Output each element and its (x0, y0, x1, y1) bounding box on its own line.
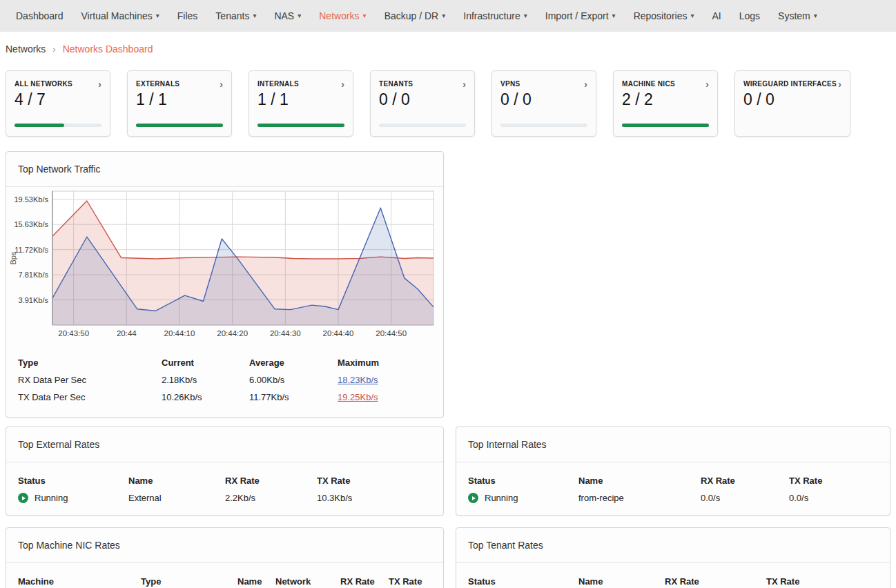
nav-item-nas[interactable]: NAS▾ (265, 6, 310, 26)
column-header-name: Name (578, 472, 701, 489)
card-label: WIREGUARD INTERFACES (743, 80, 837, 88)
card-top: ALL NETWORKS› (14, 80, 101, 88)
nav-item-dashboard[interactable]: Dashboard (7, 6, 72, 26)
legend-current: 2.18Kb/s (162, 371, 249, 389)
svg-text:20:44:20: 20:44:20 (217, 329, 248, 337)
legend-header-current: Current (162, 354, 249, 371)
caret-down-icon: ▾ (298, 12, 301, 19)
svg-text:19.53Kb/s: 19.53Kb/s (14, 195, 48, 204)
card-progress-bar (257, 124, 344, 127)
status-label: Running (35, 493, 68, 503)
card-value: 2 / 2 (622, 90, 709, 109)
chevron-right-icon: › (705, 80, 709, 88)
svg-text:11.72Kb/s: 11.72Kb/s (14, 246, 48, 254)
column-header-status: Status (18, 472, 128, 489)
card-top: MACHINE NICS› (622, 80, 709, 88)
nav-item-tenants[interactable]: Tenants▾ (206, 6, 265, 26)
chevron-right-icon: › (341, 80, 344, 88)
top-tenant-rates-panel: Top Tenant Rates StatusNameRX RateTX Rat… (456, 527, 890, 588)
cell-rx: 2.2Kb/s (225, 489, 317, 507)
caret-down-icon: ▾ (690, 12, 694, 19)
nav-item-logs[interactable]: Logs (730, 6, 769, 26)
top-external-rates-panel: Top External Rates StatusNameRX RateTX R… (6, 427, 444, 516)
svg-text:20:44:10: 20:44:10 (164, 329, 195, 337)
card-progress-bar (14, 124, 101, 127)
running-status-icon (18, 493, 28, 503)
card-progress-bar (500, 124, 587, 127)
card-top: VPNS› (500, 80, 587, 88)
column-header-type: Type (141, 573, 237, 588)
column-header-name: Name (237, 573, 275, 588)
nav-item-label: Repositories (634, 10, 688, 21)
nav-item-system[interactable]: System▾ (769, 6, 826, 26)
card-internals[interactable]: INTERNALS›1 / 1 (249, 70, 353, 137)
nav-item-label: Tenants (215, 10, 249, 21)
nav-item-networks[interactable]: Networks▾ (310, 6, 375, 26)
legend-average: 11.77Kb/s (249, 389, 338, 406)
column-header-tx-rate: TX Rate (789, 472, 878, 489)
breadcrumb: Networks › Networks Dashboard (0, 32, 896, 63)
caret-down-icon: ▾ (814, 12, 817, 19)
card-all-networks[interactable]: ALL NETWORKS›4 / 7 (6, 70, 110, 137)
card-top: WIREGUARD INTERFACES› (743, 80, 841, 88)
breadcrumb-separator-icon: › (52, 44, 55, 55)
traffic-chart-svg: 3.91Kb/s7.81Kb/s11.72Kb/s15.63Kb/s19.53K… (6, 187, 443, 346)
breadcrumb-current[interactable]: Networks Dashboard (63, 43, 153, 55)
nav-item-backup-dr[interactable]: Backup / DR▾ (376, 6, 455, 26)
card-tenants[interactable]: TENANTS›0 / 0 (370, 70, 475, 137)
card-progress-fill (622, 124, 709, 127)
card-top: INTERNALS› (257, 80, 344, 88)
column-header-name: Name (578, 573, 665, 588)
legend-average: 6.00Kb/s (249, 371, 338, 389)
card-progress-bar (622, 124, 709, 127)
nav-item-label: Backup / DR (384, 10, 439, 21)
svg-text:20:44:40: 20:44:40 (323, 329, 354, 337)
card-label: EXTERNALS (136, 80, 179, 88)
nav-item-files[interactable]: Files (168, 6, 207, 26)
legend-maximum-link[interactable]: 19.25Kb/s (338, 389, 431, 406)
status-cell: Running (468, 489, 578, 507)
legend-current: 10.26Kb/s (162, 389, 249, 406)
legend-grid: TypeCurrentAverageMaximumRX Data Per Sec… (18, 354, 431, 406)
panel-title: Top Internal Rates (456, 427, 890, 462)
nav-item-repositories[interactable]: Repositories▾ (625, 6, 703, 26)
column-header-rx-rate: RX Rate (701, 472, 789, 489)
svg-text:7.81Kb/s: 7.81Kb/s (19, 271, 49, 279)
caret-down-icon: ▾ (442, 12, 445, 19)
card-value: 4 / 7 (14, 90, 101, 109)
column-header-status: Status (468, 472, 578, 489)
machine_nic-rates-table: MachineTypeNameNetworkRX RateTX Ratefrom… (18, 573, 431, 588)
nav-item-label: AI (712, 10, 721, 21)
legend-maximum-link[interactable]: 18.23Kb/s (338, 371, 431, 389)
nav-item-ai[interactable]: AI (703, 6, 730, 26)
nav-item-label: NAS (274, 10, 294, 21)
card-value: 1 / 1 (136, 90, 223, 109)
nav-item-virtual-machines[interactable]: Virtual Machines▾ (72, 6, 168, 26)
nav-item-label: System (778, 10, 810, 21)
card-machine-nics[interactable]: MACHINE NICS›2 / 2 (613, 70, 718, 137)
breadcrumb-root[interactable]: Networks (6, 43, 46, 55)
nav-item-import-export[interactable]: Import / Export▾ (536, 6, 625, 26)
card-progress-bar (379, 124, 466, 127)
nav-item-label: Dashboard (16, 10, 64, 21)
nav-item-label: Infrastructure (463, 10, 520, 21)
card-value: 0 / 0 (743, 90, 841, 109)
card-wireguard-interfaces[interactable]: WIREGUARD INTERFACES›0 / 0 (734, 70, 850, 137)
svg-text:20:43:50: 20:43:50 (58, 329, 89, 337)
svg-text:20:44: 20:44 (117, 329, 137, 337)
svg-text:20:44:30: 20:44:30 (270, 329, 301, 337)
top-machine-nic-rates-panel: Top Machine NIC Rates MachineTypeNameNet… (6, 527, 444, 588)
card-vpns[interactable]: VPNS›0 / 0 (491, 70, 596, 137)
panel-title: Top External Rates (6, 427, 443, 462)
card-progress-fill (14, 124, 64, 127)
card-externals[interactable]: EXTERNALS›1 / 1 (127, 70, 232, 137)
stat-cards-row: ALL NETWORKS›4 / 7EXTERNALS›1 / 1INTERNA… (0, 70, 896, 137)
card-progress-bar (136, 124, 223, 127)
card-value: 0 / 0 (379, 90, 466, 109)
nav-item-label: Logs (739, 10, 760, 21)
status-label: Running (485, 493, 518, 503)
nav-item-label: Networks (319, 10, 359, 21)
column-header-rx-rate: RX Rate (340, 573, 389, 588)
caret-down-icon: ▾ (363, 12, 367, 19)
nav-item-infrastructure[interactable]: Infrastructure▾ (454, 6, 536, 26)
